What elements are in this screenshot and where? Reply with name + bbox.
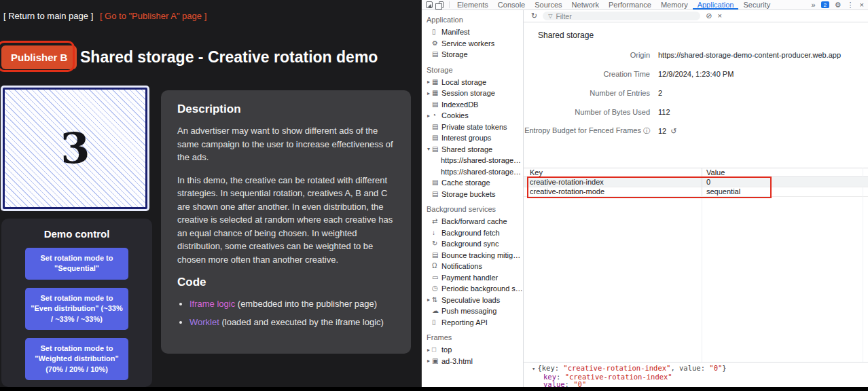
section-title-storage: Storage: [422, 60, 523, 77]
expander-icon[interactable]: ▸: [425, 347, 432, 353]
item-label: Reporting API: [441, 318, 523, 327]
tab-performance[interactable]: Performance: [604, 0, 656, 10]
worklet-link[interactable]: Worklet: [189, 317, 219, 327]
sidebar-item-background-fetch[interactable]: ↓Background fetch: [422, 227, 523, 239]
meta-value-text: 12: [658, 127, 666, 135]
device-toolbar-icon[interactable]: [439, 1, 444, 8]
refresh-icon[interactable]: ↻: [531, 12, 537, 20]
set-weighted-distribution-button[interactable]: Set rotation mode to "Weighted distribut…: [25, 338, 128, 380]
table-icon: ▦: [432, 90, 441, 96]
expander-icon[interactable]: ▾: [425, 146, 432, 152]
sidebar-item-shared-storage[interactable]: ▾▤Shared storage: [422, 144, 523, 155]
sidebar-item-session-storage[interactable]: ▸▦Session storage: [422, 88, 523, 99]
sidebar-item-shared-storage-origin-2[interactable]: https://shared-storage-d…: [422, 166, 523, 178]
meta-row-origin: Originhttps://shared-storage-demo-conten…: [524, 45, 868, 64]
table-row-creative-rotation-index[interactable]: creative-rotation-index 0: [524, 177, 868, 187]
sidebar-item-cache-storage[interactable]: ▤Cache storage: [422, 177, 523, 189]
table-row-creative-rotation-mode[interactable]: creative-rotation-mode sequential: [524, 187, 868, 198]
sidebar-item-payment-handler[interactable]: ▭Payment handler: [422, 272, 523, 284]
meta-value: 12↺: [658, 127, 676, 136]
tab-memory[interactable]: Memory: [656, 0, 693, 10]
tab-elements[interactable]: Elements: [452, 0, 493, 10]
publisher-b-button[interactable]: Publisher B: [1, 45, 77, 69]
column-header-value[interactable]: Value: [702, 168, 868, 176]
item-label: Background sync: [441, 240, 523, 248]
column-header-key[interactable]: Key: [524, 168, 702, 176]
sidebar-item-periodic-background-sync[interactable]: ◷Periodic background s…: [422, 283, 523, 295]
tab-bar-right-controls: » 2 ⚙ ⋮ ×: [812, 1, 868, 9]
meta-label: Number of Entries: [524, 89, 650, 97]
preview-pane: ▾{key: "creative-rotation-index", value:…: [524, 362, 868, 387]
column-divider: [702, 197, 702, 362]
sidebar-item-notifications[interactable]: ΩNotifications: [422, 261, 523, 272]
item-label: Private state tokens: [441, 123, 523, 131]
bell-icon: Ω: [432, 263, 441, 269]
set-sequential-button[interactable]: Set rotation mode to "Sequential": [25, 248, 128, 280]
settings-gear-icon[interactable]: ⚙: [835, 1, 842, 9]
sidebar-item-interest-groups[interactable]: ▤Interest groups: [422, 132, 523, 144]
sidebar-item-background-sync[interactable]: ↻Background sync: [422, 238, 523, 250]
expander-icon[interactable]: ▸: [425, 358, 432, 364]
shared-storage-view: Shared storage Originhttps://shared-stor…: [524, 22, 868, 387]
table-header-row: Key Value: [524, 168, 868, 177]
reset-budget-icon[interactable]: ↺: [670, 127, 676, 135]
metadata-section: Originhttps://shared-storage-demo-conten…: [524, 45, 868, 141]
filter-box[interactable]: ▽: [543, 12, 700, 20]
return-main-page-link[interactable]: [ Return to main page ]: [3, 11, 93, 21]
sidebar-item-bounce-tracking[interactable]: ▤Bounce tracking mitiga…: [422, 250, 523, 261]
clear-all-icon[interactable]: ⊘: [706, 12, 712, 20]
delete-selected-icon[interactable]: ×: [717, 12, 721, 20]
sidebar-item-local-storage[interactable]: ▸▦Local storage: [422, 77, 523, 88]
description-panel: Description An advertiser may want to sh…: [161, 90, 411, 354]
iframe-logic-link[interactable]: Iframe logic: [189, 299, 235, 309]
section-title-application: Application: [422, 10, 523, 26]
expander-icon[interactable]: ▸: [425, 79, 432, 85]
close-devtools-icon[interactable]: ×: [860, 1, 864, 9]
goto-publisher-a-link[interactable]: [ Go to "Publisher A" page ]: [100, 11, 206, 21]
sidebar-item-shared-storage-origin-1[interactable]: https://shared-storage-d…: [422, 155, 523, 166]
cell-value: 0: [702, 177, 868, 187]
sidebar-item-service-workers[interactable]: ⚙Service workers: [422, 38, 523, 50]
page-title: Shared storage - Creative rotation demo: [80, 48, 378, 67]
expander-icon[interactable]: ▾: [532, 365, 535, 372]
sidebar-item-speculative-loads[interactable]: ▸⇅Speculative loads: [422, 295, 523, 306]
item-label: Storage: [441, 50, 523, 58]
sidebar-item-back-forward-cache[interactable]: ⇄Back/forward cache: [422, 216, 523, 227]
meta-label: Number of Bytes Used: [524, 108, 650, 116]
tab-console[interactable]: Console: [493, 0, 530, 10]
property-name: value: [543, 380, 565, 387]
more-tabs-button[interactable]: »: [812, 1, 816, 9]
sidebar-item-frame-ad3[interactable]: ▸▣ad-3.html: [422, 356, 523, 367]
tab-network[interactable]: Network: [567, 0, 604, 10]
database-icon: ▤: [432, 124, 441, 130]
kebab-menu-icon[interactable]: ⋮: [847, 1, 854, 9]
expander-icon[interactable]: ▸: [425, 113, 432, 119]
property-separator: :: [556, 373, 565, 381]
inspect-element-icon[interactable]: [426, 1, 433, 8]
sidebar-item-frame-top[interactable]: ▸□top: [422, 344, 523, 356]
tab-application[interactable]: Application: [693, 0, 739, 10]
info-icon[interactable]: ⓘ: [643, 127, 650, 134]
tab-security[interactable]: Security: [738, 0, 775, 10]
item-label: Push messaging: [441, 307, 523, 315]
database-icon: ▤: [432, 101, 441, 108]
shared-storage-toolbar: ↻ ▽ ⊘ ×: [524, 10, 868, 22]
database-icon: ▤: [432, 191, 441, 198]
sidebar-item-storage[interactable]: ▤Storage: [422, 49, 523, 60]
sidebar-item-manifest[interactable]: ▯Manifest: [422, 26, 523, 38]
document-icon: ▯: [432, 29, 441, 35]
set-even-distribution-button[interactable]: Set rotation mode to "Even distribution"…: [25, 288, 128, 330]
tab-sources[interactable]: Sources: [530, 0, 566, 10]
sidebar-item-private-state-tokens[interactable]: ▤Private state tokens: [422, 122, 523, 133]
filter-input[interactable]: [556, 12, 695, 20]
sidebar-item-indexeddb[interactable]: ▤IndexedDB: [422, 99, 523, 111]
expander-icon[interactable]: ▸: [425, 297, 432, 303]
expander-icon[interactable]: ▸: [425, 90, 432, 96]
sidebar-item-cookies[interactable]: ▸◔Cookies: [422, 110, 523, 122]
sidebar-item-push-messaging[interactable]: ☁Push messaging: [422, 305, 523, 317]
issues-count-badge[interactable]: 2: [821, 1, 829, 8]
sidebar-item-storage-buckets[interactable]: ▤Storage buckets: [422, 189, 523, 200]
sidebar-item-reporting-api[interactable]: ▯Reporting API: [422, 317, 523, 329]
property-value: "0": [573, 380, 586, 387]
divider: [449, 1, 450, 8]
